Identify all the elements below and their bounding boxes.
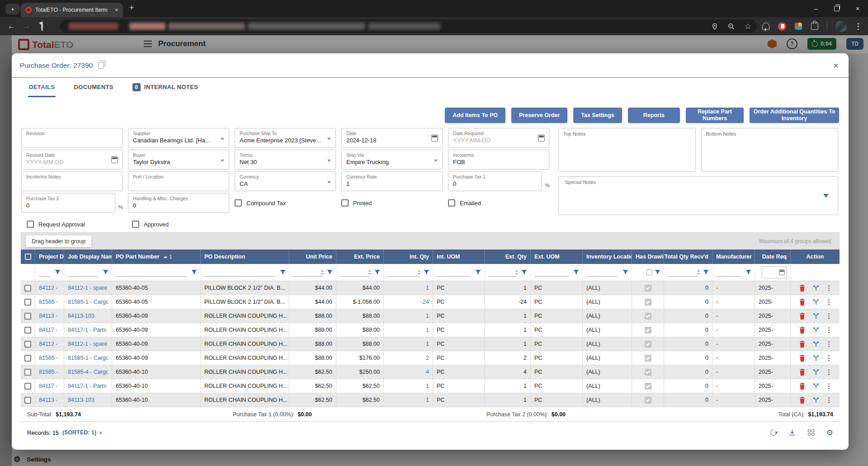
compound-tax-checkbox[interactable]: Compound Tax <box>235 199 286 207</box>
filter-manufacturer[interactable] <box>712 264 755 281</box>
row-menu-icon[interactable] <box>828 400 830 401</box>
delete-row-icon[interactable] <box>799 355 805 362</box>
buyer-select[interactable]: Buyer Taylor Dykstra <box>128 150 229 169</box>
split-line-icon[interactable] <box>813 369 819 375</box>
purchase-ship-to-select[interactable]: Purchase Ship To Acme Enterprise 2023 [S… <box>235 128 336 148</box>
top-notes-textarea[interactable]: Top Notes <box>558 128 696 172</box>
column-chooser-icon[interactable] <box>808 429 814 436</box>
emailed-checkbox[interactable]: Emailed <box>448 199 481 207</box>
cell-project[interactable]: 81585 - <box>35 365 64 379</box>
delete-row-icon[interactable] <box>799 341 805 348</box>
split-line-icon[interactable] <box>813 313 819 319</box>
clear-sort-icon[interactable]: × <box>99 429 103 436</box>
filter-location[interactable] <box>583 264 632 281</box>
header-project[interactable]: Project Di <box>35 249 64 264</box>
filter-unit-price[interactable] <box>289 264 336 281</box>
currency-select[interactable]: Currency CA <box>235 171 336 191</box>
cell-int-qty[interactable]: 1 <box>384 309 433 323</box>
delete-row-icon[interactable] <box>799 369 805 376</box>
browser-profile-avatar[interactable] <box>835 21 847 32</box>
cell-job[interactable]: 84113-103 <box>64 309 112 323</box>
adblocker-extension-icon[interactable] <box>778 22 786 30</box>
row-select[interactable] <box>21 393 35 407</box>
header-po-description[interactable]: PO Description <box>201 249 289 264</box>
row-select[interactable] <box>21 365 35 379</box>
row-menu-icon[interactable] <box>828 358 830 359</box>
cell-int-qty[interactable]: 2 <box>384 351 433 365</box>
incoterms-notes-field[interactable]: Incoterms Notes <box>21 171 123 191</box>
order-additional-quantities-button[interactable]: Order Additional Quantities To Inventory <box>750 108 839 123</box>
chevron-down-icon[interactable] <box>327 160 331 162</box>
header-ext-uom[interactable]: Ext. UOM <box>531 249 583 264</box>
split-line-icon[interactable] <box>813 355 819 361</box>
tax-settings-button[interactable]: Tax Settings <box>573 108 622 123</box>
special-notes-textarea[interactable]: Special Notes <box>558 176 838 215</box>
purchase-tax2-field[interactable]: Purchase Tax 2 0 <box>21 193 115 213</box>
row-menu-icon[interactable] <box>828 287 830 289</box>
tab-details[interactable]: DETAILS <box>28 78 56 97</box>
revision-field[interactable]: Revision <box>21 128 123 148</box>
forward-button[interactable]: → <box>19 22 34 31</box>
new-tab-button[interactable]: + <box>129 3 134 13</box>
preserve-order-button[interactable]: Preserve Order <box>511 108 567 123</box>
calendar-icon[interactable] <box>538 135 545 141</box>
cell-project[interactable]: 84117 - <box>35 379 64 393</box>
row-menu-icon[interactable] <box>828 301 830 303</box>
filter-ext-price[interactable] <box>336 264 384 281</box>
tab-search-button[interactable]: ▾ <box>5 4 20 14</box>
extension-icon[interactable] <box>794 22 802 30</box>
header-job-display-name[interactable]: Job Display Name <box>64 249 112 264</box>
group-hint-chip[interactable]: Drag header to group <box>26 235 91 247</box>
cell-int-qty[interactable]: 1 <box>384 337 433 351</box>
export-download-icon[interactable] <box>789 429 796 436</box>
row-menu-icon[interactable] <box>828 329 830 331</box>
url-bar[interactable]: ☆ <box>60 19 757 33</box>
split-line-icon[interactable] <box>813 285 819 291</box>
browser-tab[interactable]: TotalETO - Procurement Items C × <box>21 3 123 17</box>
split-line-icon[interactable] <box>813 299 819 305</box>
row-select[interactable] <box>21 337 35 351</box>
replace-part-numbers-button[interactable]: Replace Part Numbers <box>686 108 744 123</box>
modal-close-icon[interactable]: × <box>833 61 839 70</box>
header-ext-price[interactable]: Ext. Price <box>336 249 384 264</box>
cell-job[interactable]: 84113-103 <box>64 393 112 407</box>
filter-ext-uom[interactable] <box>531 264 583 281</box>
reload-button[interactable] <box>34 22 50 31</box>
cell-project[interactable]: 81585 - <box>35 295 64 309</box>
row-select[interactable] <box>21 323 35 337</box>
header-int-qty[interactable]: Int. Qty <box>384 249 433 264</box>
cell-int-qty[interactable]: 4 <box>384 365 433 379</box>
split-line-icon[interactable] <box>813 397 819 403</box>
calendar-icon[interactable] <box>431 135 438 141</box>
header-po-part-number[interactable]: PO Part Number 1 <box>112 249 201 264</box>
cell-int-qty[interactable]: 1 <box>384 393 433 407</box>
printed-checkbox[interactable]: Printed <box>341 199 372 207</box>
reports-button[interactable]: Reports <box>628 108 680 123</box>
terms-select[interactable]: Terms Net 30 <box>235 150 336 169</box>
delete-row-icon[interactable] <box>799 327 805 334</box>
header-inventory-location[interactable]: Inventory Locatio <box>583 249 632 264</box>
filter-job[interactable] <box>64 264 112 281</box>
copy-icon[interactable] <box>98 62 104 69</box>
cell-int-qty[interactable]: 1 <box>384 379 433 393</box>
row-menu-icon[interactable] <box>828 315 830 317</box>
add-items-to-po-button[interactable]: Add Items To PO <box>445 108 505 123</box>
currency-rate-field[interactable]: Currency Rate 1 <box>341 171 443 191</box>
split-line-icon[interactable] <box>813 327 819 333</box>
delete-row-icon[interactable] <box>799 313 805 320</box>
row-menu-icon[interactable] <box>828 344 830 345</box>
cell-int-qty[interactable]: -24 <box>384 295 433 309</box>
cell-job[interactable]: 81585-1 - Cargo <box>64 295 112 309</box>
filter-int-qty[interactable] <box>384 264 433 281</box>
window-minimize-button[interactable]: – <box>806 0 826 17</box>
filter-date-req[interactable] <box>755 264 791 281</box>
request-approval-checkbox[interactable]: Request Approval <box>27 221 85 228</box>
row-select[interactable] <box>21 295 35 309</box>
date-required-field[interactable]: Date Required YYYY-MM-DD <box>448 128 549 148</box>
cell-int-qty[interactable]: 1 <box>384 281 433 295</box>
tab-internal-notes[interactable]: 0 INTERNAL NOTES <box>132 78 199 97</box>
cell-job[interactable]: 84112-1 - spare <box>64 281 112 295</box>
header-manufacturer[interactable]: Manufacturer <box>712 249 755 264</box>
header-unit-price[interactable]: Unit Price <box>289 249 336 264</box>
row-menu-icon[interactable] <box>828 372 830 373</box>
